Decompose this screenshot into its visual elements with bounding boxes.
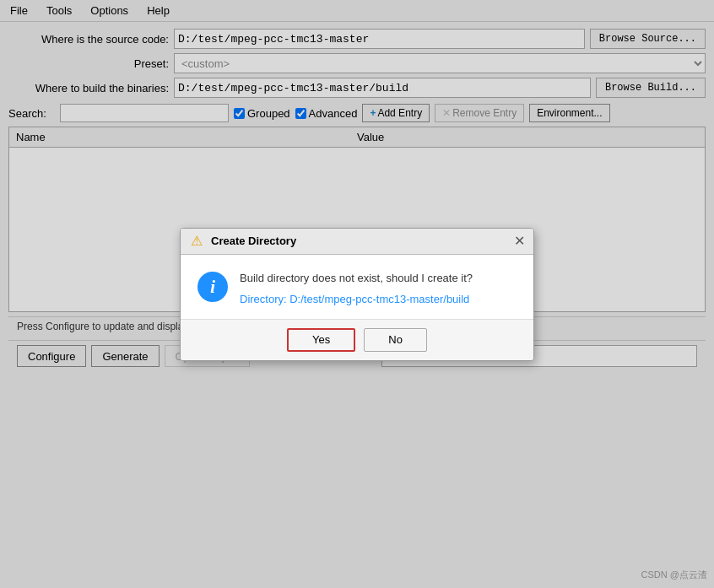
dialog-close-button[interactable]: ✕: [514, 235, 525, 248]
dialog-titlebar: ⚠ Create Directory ✕: [181, 229, 533, 255]
info-icon: i: [197, 272, 228, 302]
warning-icon: ⚠: [189, 234, 204, 249]
dialog-path: Directory: D:/test/mpeg-pcc-tmc13-master…: [240, 293, 517, 305]
yes-button[interactable]: Yes: [287, 328, 355, 352]
dialog-question: Build directory does not exist, should I…: [240, 272, 517, 284]
dialog-overlay: ⚠ Create Directory ✕ i Build directory d…: [0, 0, 714, 588]
no-button[interactable]: No: [364, 328, 427, 352]
dialog-title-left: ⚠ Create Directory: [189, 234, 296, 249]
dialog-body: i Build directory does not exist, should…: [181, 255, 533, 319]
dialog-message: Build directory does not exist, should I…: [240, 272, 517, 305]
dialog-title: Create Directory: [211, 235, 296, 247]
app-window: File Tools Options Help Where is the sou…: [0, 0, 714, 588]
create-directory-dialog: ⚠ Create Directory ✕ i Build directory d…: [180, 228, 534, 361]
dialog-footer: Yes No: [181, 319, 533, 360]
